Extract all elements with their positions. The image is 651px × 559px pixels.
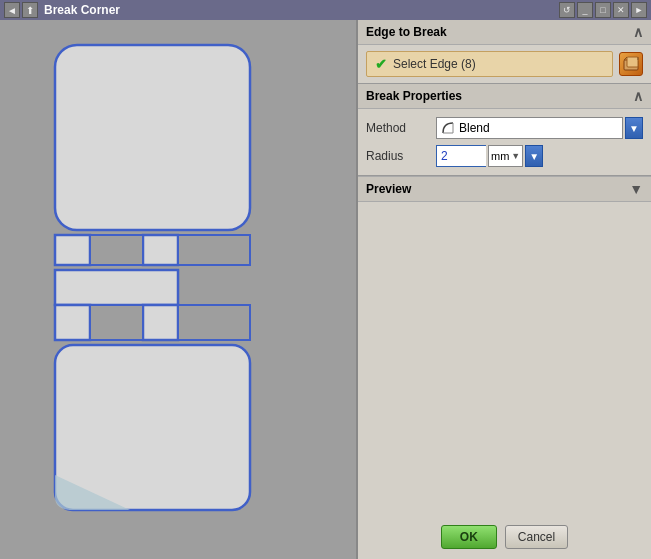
preview-label: Preview: [366, 182, 411, 196]
properties-content: Method Blend ▼: [358, 109, 651, 175]
svg-rect-8: [90, 235, 143, 265]
edge-select-row: ✔ Select Edge (8): [358, 45, 651, 83]
preview-header[interactable]: Preview ▼: [358, 176, 651, 202]
preview-chevron-icon[interactable]: ▼: [629, 181, 643, 197]
undo-button[interactable]: ↺: [559, 2, 575, 18]
preview-section: Preview ▼: [358, 176, 651, 202]
radius-dropdown-btn[interactable]: ▼: [525, 145, 543, 167]
title-bar: ◄ ⬆ Break Corner ↺ _ □ ✕ ►: [0, 0, 651, 20]
back-button[interactable]: ◄: [4, 2, 20, 18]
radius-input[interactable]: [436, 145, 486, 167]
unit-text: mm: [491, 150, 509, 162]
edge-collapse-icon[interactable]: ∧: [633, 24, 643, 40]
unit-dropdown-arrow: ▼: [511, 151, 520, 161]
svg-rect-9: [178, 235, 250, 265]
unit-select[interactable]: mm ▼: [488, 145, 523, 167]
window-title: Break Corner: [44, 3, 557, 17]
svg-rect-1: [55, 45, 250, 230]
svg-rect-11: [178, 305, 250, 340]
svg-rect-6: [143, 305, 178, 340]
ok-button[interactable]: OK: [441, 525, 497, 549]
right-panel: Edge to Break ∧ ✔ Select Edge (8): [356, 20, 651, 559]
radius-label: Radius: [366, 149, 436, 163]
method-select[interactable]: Blend: [436, 117, 623, 139]
restore-button[interactable]: □: [595, 2, 611, 18]
radius-row: Radius mm ▼ ▼: [366, 145, 643, 167]
ok-cancel-row: OK Cancel: [358, 515, 651, 559]
select-edge-label: Select Edge (8): [393, 57, 476, 71]
window-controls[interactable]: ↺ _ □ ✕ ►: [559, 2, 647, 18]
method-value-text: Blend: [459, 121, 490, 135]
svg-rect-5: [55, 305, 90, 340]
properties-collapse-icon[interactable]: ∧: [633, 88, 643, 104]
blend-icon: [441, 121, 455, 135]
cad-viewport[interactable]: [0, 20, 356, 559]
edge-to-break-section: Edge to Break ∧ ✔ Select Edge (8): [358, 20, 651, 84]
svg-rect-10: [90, 305, 143, 340]
3d-icon-svg: [622, 55, 640, 73]
close-button[interactable]: ✕: [613, 2, 629, 18]
edge-to-break-header[interactable]: Edge to Break ∧: [358, 20, 651, 45]
cad-canvas: [0, 20, 356, 559]
main-area: Edge to Break ∧ ✔ Select Edge (8): [0, 20, 651, 559]
method-dropdown-btn[interactable]: ▼: [625, 117, 643, 139]
cursor-button[interactable]: ⬆: [22, 2, 38, 18]
next-button[interactable]: ►: [631, 2, 647, 18]
3d-edge-icon[interactable]: [619, 52, 643, 76]
svg-rect-2: [55, 235, 90, 265]
cancel-button[interactable]: Cancel: [505, 525, 568, 549]
svg-rect-4: [55, 270, 178, 305]
check-icon: ✔: [375, 56, 387, 72]
break-properties-header[interactable]: Break Properties ∧: [358, 84, 651, 109]
break-properties-section: Break Properties ∧ Method Blen: [358, 84, 651, 176]
svg-rect-13: [627, 57, 638, 67]
method-value: Blend ▼: [436, 117, 643, 139]
svg-rect-3: [143, 235, 178, 265]
break-properties-label: Break Properties: [366, 89, 462, 103]
svg-rect-7: [55, 345, 250, 510]
edge-select-box[interactable]: ✔ Select Edge (8): [366, 51, 613, 77]
method-row: Method Blend ▼: [366, 117, 643, 139]
nav-controls[interactable]: ◄ ⬆: [4, 2, 38, 18]
method-label: Method: [366, 121, 436, 135]
radius-value: mm ▼ ▼: [436, 145, 643, 167]
edge-to-break-label: Edge to Break: [366, 25, 447, 39]
minimize-button[interactable]: _: [577, 2, 593, 18]
